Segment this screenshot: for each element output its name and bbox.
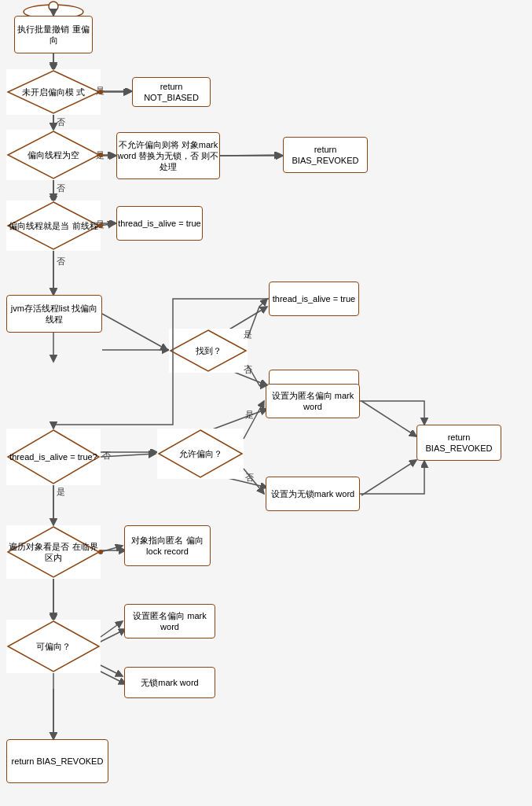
flowchart: 执行批量撤销 重偏向 未开启偏向模 式 是 否 return NOT_BIASE… [0,0,532,806]
label-yes-diamond4: 是 [244,329,252,340]
diamond-thread-empty: 偏向线程为空 [6,130,101,180]
label-no-diamond3: 否 [57,256,65,267]
label-yes-diamond1: 是 [96,85,105,97]
execute-batch-revoke: 执行批量撤销 重偏向 [14,16,93,53]
label-no-diamond1: 否 [57,116,65,128]
thread-alive-true: thread_is_alive = true [269,282,359,316]
action-set-anon-bias: 设置匿名偏向 mark word [124,604,215,639]
diamond-biasable: 可偏向？ [6,620,101,673]
diamond-allow-bias: 允许偏向？ [157,429,244,479]
diamond-current-thread: 偏向线程就是当 前线程 [6,201,101,251]
svg-line-45 [102,314,167,350]
action-unlock-markword: 设置为无锁mark word [266,477,360,511]
diamond-bias-mode: 未开启偏向模 式 [6,69,101,115]
action-mark-word: 不允许偏向则将 对象mark word 替换为无锁，否 则不处理 [116,132,220,179]
svg-line-16 [208,409,267,431]
diamond-found: 找到？ [169,329,248,373]
svg-line-12 [228,307,267,330]
action-thread-alive-true-3: thread_is_alive = true [116,206,203,241]
diamond-is-alive: thread_is_alive = true? [6,429,101,485]
svg-line-48 [101,546,123,552]
svg-line-41 [220,155,281,156]
return-bias-revoked-1: return BIAS_REVOKED [283,137,368,173]
action-anon-bias-markword: 设置为匿名偏向 mark word [266,384,360,418]
label-no-diamond2: 否 [57,182,65,194]
label-no-diamond4: 否 [244,364,252,376]
action-find-thread: jvm存活线程list 找偏向线程 [6,295,102,333]
label-yes-diamond5: 是 [57,486,65,498]
return-bias-revoked-3: return BIAS_REVOKED [6,739,108,783]
action-unlock-mark: 无锁mark word [124,667,215,698]
action-lock-record: 对象指向匿名 偏向lock record [124,525,211,566]
svg-line-19 [361,460,416,495]
svg-line-18 [361,401,416,436]
return-bias-revoked-2: return BIAS_REVOKED [416,425,501,461]
diamond-critical-section: 遍历对象看是否 在临界区内 [6,525,101,579]
label-yes-diamond6: 是 [245,409,254,421]
label-no-diamond5: 否 [102,450,111,462]
label-no-diamond6: 否 [245,472,254,484]
return-not-biased: return NOT_BIASED [132,77,211,107]
label-yes-diamond2: 是 [96,149,105,161]
